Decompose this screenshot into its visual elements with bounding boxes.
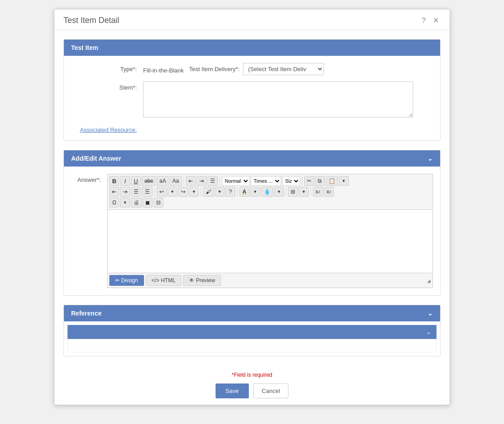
indent-right-icon: ⇥: [123, 189, 127, 195]
undo-dropdown-button[interactable]: ▼: [167, 187, 177, 197]
table-dropdown-button[interactable]: ▼: [299, 187, 309, 197]
paste-dropdown-button[interactable]: ▼: [339, 176, 349, 186]
reference-section-body: ⌄: [64, 321, 440, 356]
source-button[interactable]: ◼: [143, 198, 153, 207]
bg-color-dropdown-button[interactable]: ▼: [274, 187, 284, 197]
table-icon: ⊞: [291, 189, 295, 195]
rte-content-area[interactable]: [108, 210, 432, 273]
redo-dropdown-button[interactable]: ▼: [189, 187, 199, 197]
delivery-label: Test Item Delivery*:: [189, 66, 239, 72]
html-tab-label: </> HTML: [152, 277, 176, 284]
delivery-group: Test Item Delivery*: (Select Test Item D…: [189, 63, 324, 75]
copy-button[interactable]: ⧉: [315, 176, 325, 186]
reference-inner-body: [68, 339, 436, 352]
redo-button[interactable]: ↪: [178, 187, 188, 197]
stem-input[interactable]: [143, 81, 413, 117]
reference-section: Reference ⌄ ⌄: [63, 305, 441, 356]
align-center-button[interactable]: ⇥: [197, 176, 207, 186]
bg-color-button[interactable]: 💧: [261, 187, 273, 197]
table-button[interactable]: ⊞: [288, 187, 298, 197]
align-right-icon: ☰: [210, 178, 215, 184]
source-icon: ◼: [145, 199, 150, 206]
answer-form-row: Answer*: B I U abc aA: [71, 174, 433, 288]
strikethrough-button[interactable]: abc: [142, 176, 156, 186]
tb-separator-2: [220, 176, 220, 185]
case-button[interactable]: Aa: [170, 176, 182, 186]
dialog-title: Test Item Detail: [63, 16, 119, 25]
align-left-button[interactable]: ⇤: [186, 176, 196, 186]
reference-section-title: Reference: [71, 310, 102, 317]
template-button[interactable]: ⊟: [153, 198, 163, 207]
font-select[interactable]: Times ...: [251, 176, 281, 186]
html-tab[interactable]: </> HTML: [146, 275, 181, 286]
cancel-button[interactable]: Cancel: [253, 383, 288, 398]
rte-toolbar-row1: B I U abc aA Aa ⇤: [108, 174, 432, 210]
uppercase-button[interactable]: aA: [157, 176, 169, 186]
tb-separator-5: [201, 187, 201, 196]
paste-button[interactable]: 📋: [326, 176, 338, 186]
answer-section-title: Add/Edit Answer: [71, 155, 122, 162]
cut-button[interactable]: ✂: [304, 176, 314, 186]
omega-button[interactable]: Ω: [109, 198, 119, 207]
answer-chevron-icon: ⌄: [428, 155, 433, 162]
design-tab[interactable]: ✏ Design: [109, 275, 144, 286]
font-color-button[interactable]: A: [239, 187, 249, 197]
associated-resource-label[interactable]: Associated Resource:: [71, 124, 143, 133]
close-button[interactable]: ✕: [431, 16, 441, 25]
italic-button[interactable]: I: [120, 176, 130, 186]
list-ordered-icon: ☰: [145, 189, 150, 195]
undo-button[interactable]: ↩: [157, 187, 166, 197]
toolbar-row-3: Ω ▼ 🖨 ◼ ⊟: [109, 198, 431, 207]
dialog: Test Item Detail ? ✕ Test Item Type*: Fi…: [54, 9, 450, 405]
list-ordered-button[interactable]: ☰: [142, 187, 153, 197]
dialog-header-icons: ? ✕: [420, 16, 441, 25]
subscript-button[interactable]: x2: [313, 187, 323, 197]
bg-color-icon: 💧: [264, 189, 270, 195]
size-select[interactable]: Size: [282, 176, 300, 186]
help-icon-button[interactable]: ?: [420, 17, 428, 25]
answer-section-header[interactable]: Add/Edit Answer ⌄: [64, 150, 440, 167]
dialog-footer: *Field is required Save Cancel: [54, 365, 450, 405]
list-unordered-button[interactable]: ☰: [131, 187, 141, 197]
help-icon: ?: [422, 17, 426, 24]
stem-controls: [143, 81, 433, 117]
rte-wrapper: B I U abc aA Aa ⇤: [107, 174, 433, 288]
superscript-button[interactable]: x2: [324, 187, 333, 197]
align-right-button[interactable]: ☰: [207, 176, 218, 186]
print-icon: 🖨: [134, 199, 139, 206]
bold-button[interactable]: B: [109, 176, 119, 186]
answer-section: Add/Edit Answer ⌄ Answer*: B I U: [63, 150, 441, 296]
tb-separator-8: [310, 187, 311, 196]
associated-resource-row: Associated Resource:: [71, 124, 433, 133]
template-icon: ⊟: [156, 199, 161, 206]
highlight-button[interactable]: 🖌: [203, 187, 214, 197]
test-item-section-header[interactable]: Test Item: [64, 40, 440, 56]
print-button[interactable]: 🖨: [131, 198, 142, 207]
test-item-section-title: Test Item: [71, 44, 98, 51]
font-color-dropdown-button[interactable]: ▼: [250, 187, 260, 197]
help-toolbar-button[interactable]: ?: [225, 187, 235, 197]
reference-inner-header[interactable]: ⌄: [68, 325, 436, 339]
save-button[interactable]: Save: [216, 383, 249, 398]
redo-icon: ↪: [181, 189, 185, 195]
close-icon: ✕: [433, 17, 439, 24]
highlight-dropdown-button[interactable]: ▼: [215, 187, 225, 197]
indent-left-button[interactable]: ⇤: [109, 187, 119, 197]
indent-right-button[interactable]: ⇥: [120, 187, 130, 197]
tb-separator-3: [302, 176, 302, 185]
rte-resize-handle[interactable]: ◢: [427, 278, 431, 283]
dialog-header: Test Item Detail ? ✕: [54, 9, 450, 30]
omega-dropdown-button[interactable]: ▼: [120, 198, 130, 207]
preview-tab[interactable]: 👁 Preview: [183, 275, 221, 286]
design-tab-icon: ✏: [115, 277, 120, 284]
delivery-select[interactable]: (Select Test Item Deliv: [243, 63, 324, 75]
tb-separator-4: [154, 187, 155, 196]
reference-section-header[interactable]: Reference ⌄: [64, 305, 440, 321]
underline-button[interactable]: U: [131, 176, 141, 186]
help-toolbar-icon: ?: [229, 189, 232, 195]
preview-tab-icon: 👁: [189, 277, 194, 284]
rte-footer: ✏ Design </> HTML 👁 Preview: [108, 273, 432, 288]
reference-chevron-icon: ⌄: [428, 310, 433, 317]
list-unordered-icon: ☰: [134, 189, 139, 195]
style-select[interactable]: Normal: [222, 176, 250, 186]
